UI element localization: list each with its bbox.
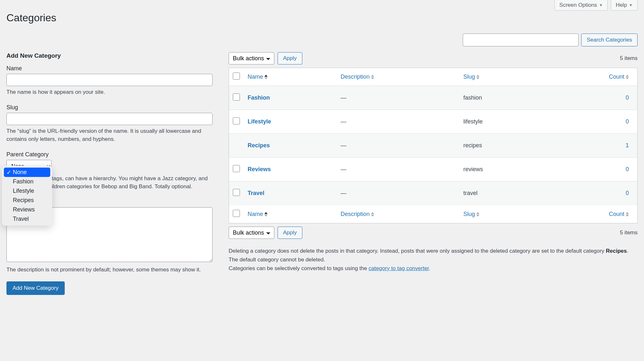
bulk-actions-select-bottom[interactable]: Bulk actions <box>229 227 274 239</box>
category-slug: lifestyle <box>459 110 541 134</box>
category-description: — <box>337 134 459 158</box>
sort-icon <box>264 75 268 79</box>
col-description-header[interactable]: Description <box>337 68 459 86</box>
parent-option[interactable]: Lifestyle <box>4 186 50 196</box>
slug-input[interactable] <box>6 113 213 125</box>
parent-option[interactable]: Fashion <box>4 177 50 186</box>
parent-option[interactable]: None <box>4 168 50 177</box>
category-to-tag-converter-link[interactable]: category to tag converter <box>369 265 429 271</box>
select-all-top[interactable] <box>233 73 240 80</box>
col-count-header[interactable]: Count <box>541 68 637 86</box>
category-name-link[interactable]: Recipes <box>248 142 270 149</box>
category-description: — <box>337 158 459 181</box>
col-name-footer[interactable]: Name <box>244 205 337 223</box>
row-checkbox[interactable] <box>233 165 240 172</box>
table-row: Lifestyle—lifestyle0 <box>229 110 638 134</box>
slug-hint: The “slug” is the URL-friendly version o… <box>6 127 213 143</box>
sort-icon <box>626 212 629 217</box>
items-count-top: 5 items <box>620 55 638 62</box>
parent-category-dropdown: NoneFashionLifestyle RecipesReviewsTrave… <box>2 166 52 226</box>
parent-option[interactable]: Reviews <box>4 205 50 214</box>
col-slug-footer[interactable]: Slug <box>459 205 541 223</box>
triangle-down-icon: ▼ <box>599 3 603 7</box>
bulk-actions-select-top[interactable]: Bulk actions <box>229 52 274 64</box>
apply-button-bottom[interactable]: Apply <box>278 227 302 239</box>
name-input[interactable] <box>6 74 213 86</box>
parent-option[interactable]: Recipes <box>4 196 50 205</box>
row-checkbox[interactable] <box>233 189 240 196</box>
category-count-link[interactable]: 0 <box>626 166 629 172</box>
category-name-link[interactable]: Fashion <box>248 94 270 101</box>
items-count-bottom: 5 items <box>620 229 638 236</box>
category-count-link[interactable]: 0 <box>626 94 629 101</box>
table-row: Reviews—reviews0 <box>229 158 638 181</box>
name-label: Name <box>6 65 213 72</box>
slug-label: Slug <box>6 104 213 111</box>
sort-icon <box>476 212 479 217</box>
page-title: Categories <box>6 12 638 24</box>
table-row: Fashion—fashion0 <box>229 86 638 110</box>
category-count-link[interactable]: 0 <box>626 190 629 196</box>
apply-button-top[interactable]: Apply <box>278 52 302 64</box>
add-new-heading: Add New Category <box>6 52 213 59</box>
parent-option[interactable]: Travel <box>4 214 50 224</box>
parent-category-label: Parent Category <box>6 151 213 158</box>
category-count-link[interactable]: 1 <box>626 142 629 149</box>
table-row: Travel—travel0 <box>229 181 638 205</box>
category-slug: travel <box>459 181 541 205</box>
sort-icon <box>371 75 374 79</box>
add-new-category-button[interactable]: Add New Category <box>6 281 65 295</box>
category-description: — <box>337 110 459 134</box>
category-slug: recipes <box>459 134 541 158</box>
sort-icon <box>371 212 374 217</box>
category-slug: reviews <box>459 158 541 181</box>
sort-icon <box>264 212 268 217</box>
col-slug-header[interactable]: Slug <box>459 68 541 86</box>
col-name-header[interactable]: Name <box>244 68 337 86</box>
search-categories-button[interactable]: Search Categories <box>581 34 638 46</box>
description-hint: The description is not prominent by defa… <box>6 266 213 274</box>
name-hint: The name is how it appears on your site. <box>6 88 213 96</box>
select-all-bottom[interactable] <box>233 210 240 217</box>
table-row: Recipes—recipes1 <box>229 134 638 158</box>
help-button[interactable]: Help ▼ <box>611 0 638 11</box>
categories-table: Name Description Slug Count Fashion—fash… <box>229 68 638 223</box>
search-categories-input[interactable] <box>463 34 579 46</box>
delete-info-text: Deleting a category does not delete the … <box>229 247 638 273</box>
screen-options-label: Screen Options <box>559 2 597 8</box>
sort-icon <box>626 75 629 79</box>
screen-options-button[interactable]: Screen Options ▼ <box>554 0 608 11</box>
sort-icon <box>476 75 479 79</box>
category-description: — <box>337 181 459 205</box>
col-count-footer[interactable]: Count <box>541 205 637 223</box>
row-checkbox[interactable] <box>233 93 240 101</box>
col-description-footer[interactable]: Description <box>337 205 459 223</box>
triangle-down-icon: ▼ <box>629 3 633 7</box>
row-checkbox[interactable] <box>233 117 240 124</box>
category-name-link[interactable]: Travel <box>248 190 264 196</box>
category-slug: fashion <box>459 86 541 110</box>
category-name-link[interactable]: Lifestyle <box>248 118 271 125</box>
category-count-link[interactable]: 0 <box>626 118 629 125</box>
help-label: Help <box>616 2 627 8</box>
category-description: — <box>337 86 459 110</box>
category-name-link[interactable]: Reviews <box>248 166 271 172</box>
